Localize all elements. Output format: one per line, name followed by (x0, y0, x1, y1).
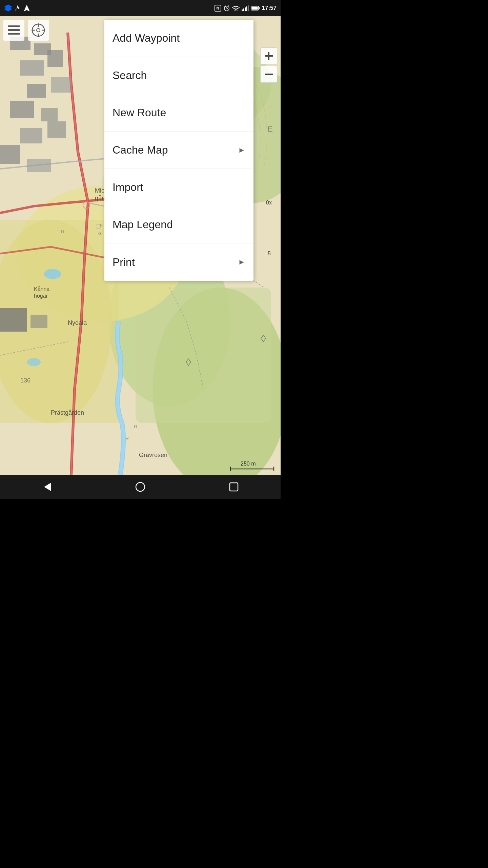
home-button[interactable] (127, 475, 154, 499)
svg-text:Prästgården: Prästgården (51, 409, 84, 416)
svg-rect-80 (230, 483, 238, 491)
svg-rect-8 (242, 9, 243, 11)
svg-rect-11 (246, 6, 247, 11)
location-icon (31, 23, 46, 38)
add-waypoint-label: Add Waypoint (113, 32, 180, 44)
navigation-icon (24, 4, 30, 12)
svg-rect-30 (27, 84, 46, 98)
plus-icon (264, 51, 273, 61)
status-bar: N 17:57 (0, 0, 281, 16)
status-right-icons: N 17:57 (215, 5, 277, 12)
menu-item-map-legend[interactable]: Map Legend (104, 206, 253, 243)
svg-text:E: E (268, 125, 273, 133)
svg-text:136: 136 (20, 377, 30, 384)
svg-text:5: 5 (268, 251, 271, 256)
nav-bar (0, 475, 281, 499)
menu-item-new-route[interactable]: New Route (104, 94, 253, 132)
import-label: Import (113, 181, 143, 194)
svg-rect-31 (51, 77, 71, 93)
status-left-icons (4, 4, 30, 12)
header-buttons (3, 20, 49, 41)
battery-icon (251, 5, 260, 11)
svg-text:Nydala: Nydala (68, 319, 87, 326)
svg-text:högar: högar (34, 293, 48, 299)
wifi-icon (232, 5, 240, 11)
svg-text:G: G (98, 231, 102, 236)
menu-item-import[interactable]: Import (104, 169, 253, 206)
new-route-label: New Route (113, 106, 166, 119)
svg-text:R: R (61, 229, 64, 234)
map-controls (260, 47, 277, 83)
zoom-out-button[interactable] (260, 66, 277, 83)
svg-rect-33 (41, 108, 58, 121)
cache-map-label: Cache Map (113, 144, 168, 156)
svg-point-79 (136, 482, 145, 491)
menu-item-search[interactable]: Search (104, 57, 253, 94)
svg-rect-35 (47, 121, 66, 138)
nfc-icon: N (215, 5, 221, 12)
svg-point-40 (44, 269, 61, 279)
recent-button[interactable] (220, 475, 247, 499)
minus-icon (264, 70, 273, 79)
svg-text:250 m: 250 m (241, 461, 256, 467)
dropbox-icon (4, 4, 12, 12)
svg-rect-76 (265, 55, 273, 57)
svg-rect-66 (8, 25, 20, 27)
svg-rect-14 (259, 7, 260, 9)
status-time: 17:57 (262, 5, 277, 12)
svg-text:Gravrosen: Gravrosen (139, 452, 167, 458)
svg-rect-37 (27, 159, 51, 172)
svg-text:0x: 0x (266, 200, 272, 205)
svg-marker-78 (44, 483, 51, 491)
menu-item-print[interactable]: Print ► (104, 243, 253, 281)
dropdown-menu: Add Waypoint Search New Route Cache Map … (104, 20, 253, 281)
svg-rect-77 (265, 74, 273, 75)
home-icon (135, 481, 146, 492)
svg-text:Kånna: Kånna (34, 286, 49, 292)
svg-rect-15 (251, 7, 258, 10)
menu-item-add-waypoint[interactable]: Add Waypoint (104, 20, 253, 57)
svg-rect-38 (0, 308, 27, 332)
svg-point-41 (27, 358, 41, 366)
location-button[interactable] (28, 20, 49, 41)
back-icon (41, 481, 52, 492)
svg-rect-67 (8, 29, 20, 31)
svg-rect-68 (8, 33, 20, 35)
svg-rect-12 (248, 5, 249, 11)
svg-rect-21 (136, 288, 271, 423)
hamburger-icon (8, 25, 20, 35)
zoom-in-button[interactable] (260, 47, 277, 64)
cache-map-arrow-icon: ► (238, 146, 245, 155)
back-button[interactable] (33, 475, 60, 499)
menu-item-cache-map[interactable]: Cache Map ► (104, 132, 253, 169)
svg-point-70 (37, 28, 40, 32)
svg-rect-39 (30, 315, 47, 328)
print-label: Print (113, 256, 135, 269)
svg-rect-32 (10, 101, 34, 118)
signal-icon (242, 5, 249, 11)
svg-text:R: R (125, 436, 129, 441)
search-label: Search (113, 69, 147, 82)
alarm-icon (223, 5, 230, 12)
svg-rect-36 (0, 145, 20, 164)
svg-rect-34 (20, 128, 42, 143)
svg-line-6 (228, 5, 229, 6)
svg-rect-29 (47, 50, 63, 67)
hamburger-menu-button[interactable] (3, 20, 24, 41)
svg-rect-10 (245, 7, 246, 11)
svg-text:R: R (134, 424, 137, 429)
svg-point-7 (235, 11, 236, 12)
map-legend-label: Map Legend (113, 218, 173, 231)
svg-rect-28 (20, 60, 44, 76)
print-arrow-icon: ► (238, 258, 245, 267)
strava-icon (15, 4, 21, 12)
svg-rect-9 (243, 8, 244, 11)
recent-icon (229, 482, 239, 492)
svg-line-5 (224, 5, 225, 6)
